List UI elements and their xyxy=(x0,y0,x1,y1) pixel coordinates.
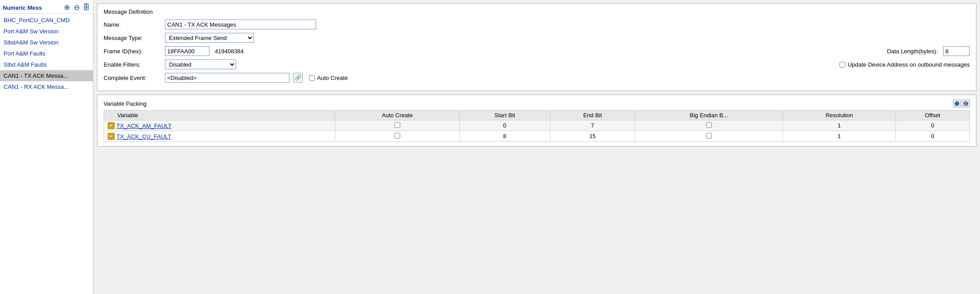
data-length-input[interactable] xyxy=(943,46,970,56)
big-endian-cell-1 xyxy=(635,131,783,142)
enable-filters-select[interactable]: Disabled Enabled xyxy=(165,60,236,69)
var-link-0[interactable]: TX_ACK_AM_FAULT xyxy=(116,123,172,129)
var-icon-0: ↵ xyxy=(108,122,115,129)
auto-create-cell-1 xyxy=(335,131,459,142)
share-button[interactable]: 🔗 xyxy=(293,73,303,83)
enable-filters-row: Enable Filters: Disabled Enabled Update … xyxy=(104,60,970,69)
vp-table-body: ↵ TX_ACK_AM_FAULT 0710 ↵ TX_ACK_CU_FAULT… xyxy=(104,120,970,142)
name-input[interactable] xyxy=(165,20,316,29)
col-header-offset: Offset xyxy=(896,111,969,120)
big-endian-checkbox-1[interactable] xyxy=(706,133,712,139)
table-row: ↵ TX_ACK_CU_FAULT 81510 xyxy=(104,131,970,142)
message-definition-panel: Message Definition Name: Message Type: E… xyxy=(97,4,976,91)
sidebar-header: Numeric Mess ⊕ ⊖ 🗄 xyxy=(0,2,93,14)
share-icon: 🔗 xyxy=(295,75,301,81)
vp-add-button[interactable]: ⊕ xyxy=(953,99,961,107)
offset-cell-1: 0 xyxy=(896,131,969,142)
message-type-row: Message Type: Extended Frame Send Extend… xyxy=(104,33,970,43)
auto-create-checkbox-1[interactable] xyxy=(394,133,400,139)
sidebar-item-2[interactable]: StbdA&M Sw Version xyxy=(0,37,93,48)
name-row: Name: xyxy=(104,20,970,29)
sidebar-title: Numeric Mess xyxy=(3,4,61,11)
vp-remove-icon: ⊖ xyxy=(963,100,968,107)
big-endian-cell-0 xyxy=(635,120,783,131)
sidebar-item-1[interactable]: Port A&M Sw Version xyxy=(0,26,93,37)
name-label: Name: xyxy=(104,21,161,28)
sidebar-items-container: BHC_PortCU_CAN_CMDPort A&M Sw VersionStb… xyxy=(0,15,93,92)
update-device-checkbox[interactable] xyxy=(839,62,845,68)
start-bit-cell-1: 8 xyxy=(459,131,550,142)
vp-add-icon: ⊕ xyxy=(954,100,960,107)
variable-packing-table: Variable Auto Create Start Bit End Bit B… xyxy=(104,110,970,142)
complete-event-row: Complete Event: 🔗 Auto Create xyxy=(104,73,970,83)
auto-create-cell-0 xyxy=(335,120,459,131)
end-bit-cell-1: 15 xyxy=(550,131,635,142)
data-length-label: Data Length(bytes): xyxy=(887,48,938,55)
col-header-auto-create: Auto Create xyxy=(335,111,459,120)
vp-header: Variable Packing ⊕ ⊖ xyxy=(104,99,970,107)
col-header-big-endian: Big Endian B... xyxy=(635,111,783,120)
message-type-select[interactable]: Extended Frame Send Extended Frame Recei… xyxy=(165,33,254,43)
sidebar-item-5[interactable]: CAN1 - TX ACK Messa... xyxy=(0,70,93,81)
sidebar-add-icon: ⊕ xyxy=(64,4,70,11)
table-row: ↵ TX_ACK_AM_FAULT 0710 xyxy=(104,120,970,131)
vp-panel-title: Variable Packing xyxy=(104,100,147,107)
sidebar-remove-icon: ⊖ xyxy=(74,4,80,11)
resolution-cell-0: 1 xyxy=(783,120,896,131)
start-bit-cell-0: 0 xyxy=(459,120,550,131)
sidebar-config-button[interactable]: 🗄 xyxy=(82,4,90,12)
offset-cell-0: 0 xyxy=(896,120,969,131)
frame-id-row: Frame ID(hex): 419408384 Data Length(byt… xyxy=(104,46,970,56)
sidebar: Numeric Mess ⊕ ⊖ 🗄 BHC_PortCU_CAN_CMDPor… xyxy=(0,0,93,294)
variable-packing-panel: Variable Packing ⊕ ⊖ Variable Auto Creat… xyxy=(97,95,976,147)
var-cell-0: ↵ TX_ACK_AM_FAULT xyxy=(104,120,335,131)
col-header-start-bit: Start Bit xyxy=(459,111,550,120)
frame-id-decimal: 419408384 xyxy=(215,48,244,55)
complete-event-input[interactable] xyxy=(165,73,289,83)
main-content: Message Definition Name: Message Type: E… xyxy=(93,0,980,294)
var-cell-1: ↵ TX_ACK_CU_FAULT xyxy=(104,131,335,142)
auto-create-label: Auto Create xyxy=(317,75,348,81)
message-type-label: Message Type: xyxy=(104,35,161,41)
sidebar-item-4[interactable]: Stbd A&M Faults xyxy=(0,59,93,70)
frame-id-label: Frame ID(hex): xyxy=(104,48,161,55)
sidebar-add-button[interactable]: ⊕ xyxy=(63,4,71,12)
sidebar-remove-button[interactable]: ⊖ xyxy=(72,4,80,12)
col-header-variable: Variable xyxy=(104,111,335,120)
update-device-checkbox-label: Update Device Address on outbound messag… xyxy=(839,61,970,68)
update-device-label: Update Device Address on outbound messag… xyxy=(847,61,970,68)
auto-create-checkbox-0[interactable] xyxy=(394,122,400,128)
table-header-row: Variable Auto Create Start Bit End Bit B… xyxy=(104,111,970,120)
complete-event-label: Complete Event: xyxy=(104,75,161,81)
sidebar-item-0[interactable]: BHC_PortCU_CAN_CMD xyxy=(0,15,93,26)
vp-remove-button[interactable]: ⊖ xyxy=(962,99,970,107)
message-definition-title: Message Definition xyxy=(104,8,970,15)
col-header-end-bit: End Bit xyxy=(550,111,635,120)
sidebar-item-3[interactable]: Port A&M Faults xyxy=(0,48,93,59)
var-link-1[interactable]: TX_ACK_CU_FAULT xyxy=(116,133,171,140)
resolution-cell-1: 1 xyxy=(783,131,896,142)
big-endian-checkbox-0[interactable] xyxy=(706,122,712,128)
enable-filters-label: Enable Filters: xyxy=(104,61,161,68)
col-header-resolution: Resolution xyxy=(783,111,896,120)
end-bit-cell-0: 7 xyxy=(550,120,635,131)
sidebar-item-6[interactable]: CAN1 - RX ACK Messa... xyxy=(0,81,93,92)
frame-id-input[interactable] xyxy=(165,46,209,56)
vp-actions: ⊕ ⊖ xyxy=(953,99,970,107)
auto-create-checkbox-label: Auto Create xyxy=(309,75,348,81)
auto-create-checkbox[interactable] xyxy=(309,75,315,81)
sidebar-config-icon: 🗄 xyxy=(83,4,90,11)
var-icon-1: ↵ xyxy=(108,133,115,140)
